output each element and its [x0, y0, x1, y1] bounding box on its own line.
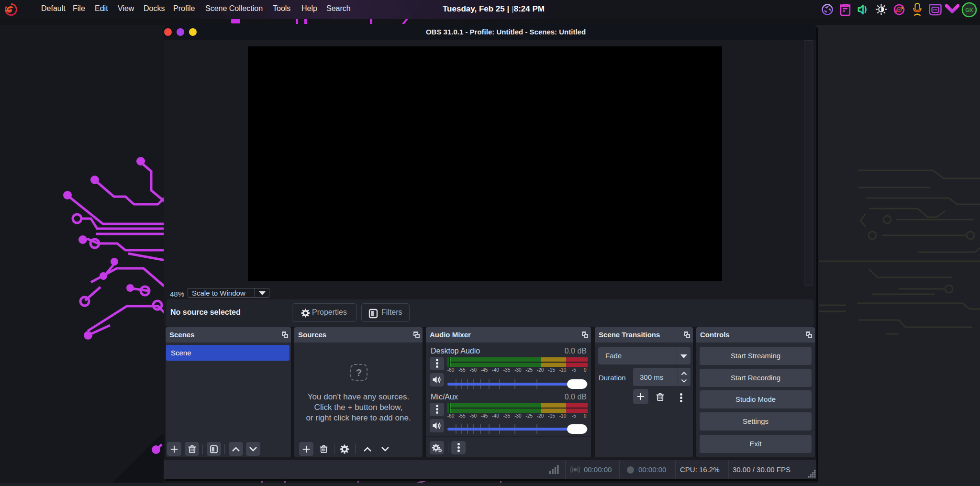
- svg-text:GK: GK: [965, 7, 973, 13]
